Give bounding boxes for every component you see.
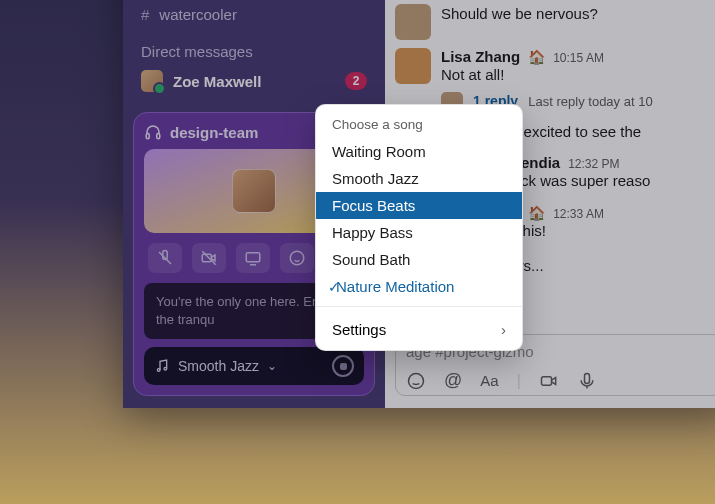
huddle-channel: design-team	[170, 124, 258, 141]
huddle-participant-avatar[interactable]	[232, 169, 276, 213]
status-emoji: 🏠	[528, 49, 545, 65]
dm-row-zoe[interactable]: Zoe Maxwell 2	[123, 66, 385, 102]
menu-divider	[316, 306, 522, 307]
dm-section-header[interactable]: Direct messages	[123, 29, 385, 66]
menu-item-sound-bath[interactable]: Sound Bath	[316, 246, 522, 273]
reply-meta: Last reply today at 10	[528, 94, 652, 109]
camera-off-button[interactable]	[192, 243, 226, 273]
timestamp: 12:32 PM	[568, 157, 619, 171]
menu-item-smooth-jazz[interactable]: Smooth Jazz	[316, 165, 522, 192]
avatar	[395, 48, 431, 84]
screen-share-button[interactable]	[236, 243, 270, 273]
svg-point-8	[409, 373, 424, 388]
svg-point-6	[157, 369, 160, 372]
menu-item-happy-bass[interactable]: Happy Bass	[316, 219, 522, 246]
dm-name: Zoe Maxwell	[173, 73, 261, 90]
headphones-icon	[144, 123, 162, 141]
message-text: Should we be nervous?	[441, 5, 598, 22]
message-text: Not at all!	[441, 66, 604, 83]
message[interactable]: Should we be nervous?	[395, 0, 715, 44]
check-icon: ✓	[328, 279, 340, 295]
mute-mic-button[interactable]	[148, 243, 182, 273]
hash-icon: #	[141, 6, 149, 23]
svg-rect-10	[584, 373, 589, 383]
dm-avatar	[141, 70, 163, 92]
microphone-icon[interactable]	[577, 371, 597, 391]
menu-item-focus-beats[interactable]: Focus Beats	[316, 192, 522, 219]
nowplaying-label: Smooth Jazz	[178, 358, 259, 374]
emoji-icon[interactable]	[406, 371, 426, 391]
channel-name: watercooler	[159, 6, 237, 23]
mention-icon[interactable]: @	[444, 370, 462, 391]
chevron-down-icon: ⌄	[267, 359, 277, 373]
reactions-button[interactable]	[280, 243, 314, 273]
menu-header: Choose a song	[316, 113, 522, 138]
video-icon[interactable]	[539, 371, 559, 391]
music-icon	[154, 358, 170, 374]
chevron-right-icon: ›	[501, 321, 506, 338]
huddle-nowplaying[interactable]: Smooth Jazz ⌄	[144, 347, 364, 385]
svg-rect-1	[157, 134, 160, 139]
svg-point-7	[164, 368, 167, 371]
dm-unread-badge: 2	[345, 72, 367, 90]
channel-row-watercooler[interactable]: # watercooler	[123, 0, 385, 29]
menu-item-settings[interactable]: Settings ›	[316, 313, 522, 346]
message[interactable]: Lisa Zhang 🏠 10:15 AM Not at all!	[395, 44, 715, 88]
menu-item-nature-meditation[interactable]: ✓ Nature Meditation	[316, 273, 522, 300]
svg-rect-3	[246, 253, 260, 262]
status-emoji: 🏠	[528, 205, 545, 221]
svg-point-4	[290, 251, 304, 265]
timestamp: 10:15 AM	[553, 51, 604, 65]
avatar	[395, 4, 431, 40]
svg-rect-0	[146, 134, 149, 139]
sender-name: Lisa Zhang	[441, 48, 520, 65]
svg-rect-9	[541, 376, 551, 384]
stop-huddle-button[interactable]	[332, 355, 354, 377]
song-menu: Choose a song Waiting Room Smooth Jazz F…	[315, 104, 523, 351]
menu-item-waiting-room[interactable]: Waiting Room	[316, 138, 522, 165]
timestamp: 12:33 AM	[553, 207, 604, 221]
formatting-icon[interactable]: Aa	[480, 372, 498, 389]
